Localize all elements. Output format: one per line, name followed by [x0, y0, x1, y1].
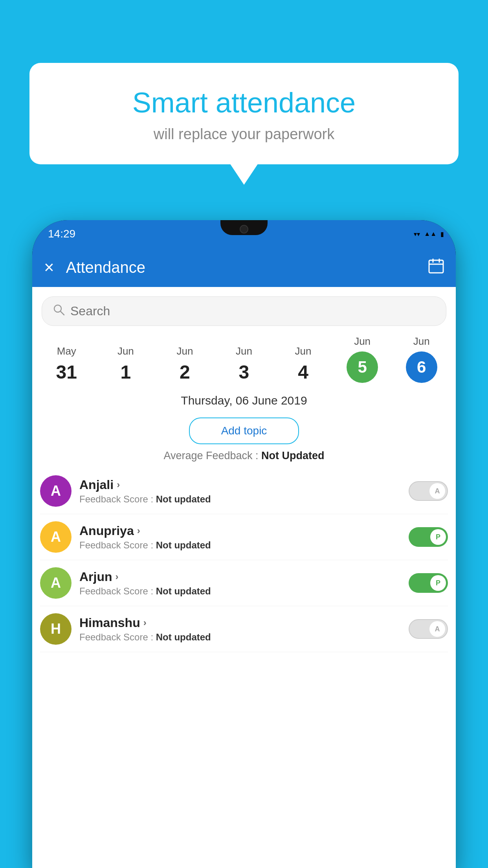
header-title: Attendance: [66, 259, 428, 276]
feedback-value: Not updated: [156, 494, 211, 504]
date-month-label: Jun: [176, 345, 193, 357]
search-bar[interactable]: [42, 296, 446, 326]
status-time: 14:29: [44, 228, 75, 240]
phone-frame: 14:29 ▾▾ ▲▲ ▮ × Attendance: [32, 220, 456, 868]
phone-camera: [240, 225, 248, 234]
date-number[interactable]: 4: [298, 361, 308, 383]
avg-feedback-label: Average Feedback :: [163, 450, 258, 462]
attendance-toggle[interactable]: [409, 573, 448, 593]
chevron-icon: ›: [137, 525, 140, 536]
date-month-label: Jun: [117, 345, 134, 357]
chevron-icon: ›: [143, 617, 147, 628]
student-list-item[interactable]: AAnupriya ›Feedback Score : Not updated: [40, 514, 448, 560]
signal-icon: ▲▲: [424, 230, 437, 237]
student-name[interactable]: Arjun ›: [79, 570, 409, 584]
date-month-label: Jun: [295, 345, 312, 357]
date-month-label: Jun: [413, 335, 430, 348]
avg-feedback: Average Feedback : Not Updated: [32, 450, 456, 468]
date-selected-green[interactable]: 5: [347, 351, 378, 383]
student-avatar: H: [40, 613, 72, 645]
student-avatar: A: [40, 475, 72, 507]
toggle-absent[interactable]: [409, 481, 448, 501]
toggle-present[interactable]: [409, 527, 448, 547]
student-avatar: A: [40, 567, 72, 599]
search-input[interactable]: [70, 304, 435, 318]
date-strip: May31Jun1Jun2Jun3Jun4Jun5Jun6: [32, 326, 456, 383]
feedback-value: Not updated: [156, 586, 211, 596]
wifi-icon: ▾▾: [414, 230, 420, 238]
student-info: Anjali ›Feedback Score : Not updated: [79, 478, 409, 505]
student-name[interactable]: Anupriya ›: [79, 524, 409, 538]
student-name[interactable]: Anjali ›: [79, 478, 409, 492]
attendance-toggle[interactable]: [409, 527, 448, 547]
attendance-toggle[interactable]: [409, 481, 448, 501]
bubble-title: Smart attendance: [49, 86, 439, 119]
toggle-absent[interactable]: [409, 619, 448, 639]
student-list-item[interactable]: AArjun ›Feedback Score : Not updated: [40, 560, 448, 606]
app-header: × Attendance: [32, 248, 456, 287]
selected-date: Thursday, 06 June 2019: [32, 394, 456, 407]
date-selected-blue[interactable]: 6: [406, 351, 437, 383]
date-column[interactable]: Jun3: [224, 345, 264, 383]
student-list: AAnjali ›Feedback Score : Not updatedAAn…: [32, 468, 456, 652]
date-column[interactable]: Jun6: [402, 335, 441, 383]
speech-bubble: Smart attendance will replace your paper…: [29, 63, 459, 164]
feedback-value: Not updated: [156, 540, 211, 550]
toggle-present[interactable]: [409, 573, 448, 593]
app-content: May31Jun1Jun2Jun3Jun4Jun5Jun6 Thursday, …: [32, 287, 456, 868]
date-month-label: Jun: [236, 345, 252, 357]
chevron-icon: ›: [117, 479, 120, 490]
student-list-item[interactable]: HHimanshu ›Feedback Score : Not updated: [40, 606, 448, 652]
date-month-label: May: [57, 345, 76, 357]
date-column[interactable]: Jun2: [165, 345, 204, 383]
status-icons: ▾▾ ▲▲ ▮: [414, 230, 444, 238]
student-feedback: Feedback Score : Not updated: [79, 494, 409, 505]
date-column[interactable]: Jun4: [284, 345, 323, 383]
search-icon: [53, 304, 65, 318]
phone-notch: [220, 220, 268, 235]
date-column[interactable]: May31: [47, 345, 86, 383]
svg-line-5: [61, 311, 64, 315]
chevron-icon: ›: [116, 571, 119, 582]
student-feedback: Feedback Score : Not updated: [79, 632, 409, 643]
avg-feedback-value: Not Updated: [261, 450, 324, 462]
bubble-subtitle: will replace your paperwork: [49, 126, 439, 143]
date-column[interactable]: Jun1: [106, 345, 145, 383]
date-number[interactable]: 1: [120, 361, 131, 383]
feedback-value: Not updated: [156, 632, 211, 642]
date-column[interactable]: Jun5: [343, 335, 382, 383]
date-number[interactable]: 2: [180, 361, 190, 383]
date-number[interactable]: 31: [56, 361, 77, 383]
student-info: Himanshu ›Feedback Score : Not updated: [79, 616, 409, 643]
date-info: Thursday, 06 June 2019: [32, 383, 456, 412]
date-month-label: Jun: [354, 335, 371, 348]
student-list-item[interactable]: AAnjali ›Feedback Score : Not updated: [40, 468, 448, 514]
student-name[interactable]: Himanshu ›: [79, 616, 409, 630]
svg-rect-0: [429, 260, 443, 273]
date-number[interactable]: 3: [239, 361, 250, 383]
battery-icon: ▮: [440, 230, 444, 238]
add-topic-button[interactable]: Add topic: [189, 417, 299, 444]
calendar-icon[interactable]: [428, 258, 444, 277]
student-info: Anupriya ›Feedback Score : Not updated: [79, 524, 409, 551]
attendance-toggle[interactable]: [409, 619, 448, 639]
close-button[interactable]: ×: [44, 259, 54, 276]
student-info: Arjun ›Feedback Score : Not updated: [79, 570, 409, 597]
student-avatar: A: [40, 521, 72, 553]
student-feedback: Feedback Score : Not updated: [79, 540, 409, 551]
student-feedback: Feedback Score : Not updated: [79, 586, 409, 597]
